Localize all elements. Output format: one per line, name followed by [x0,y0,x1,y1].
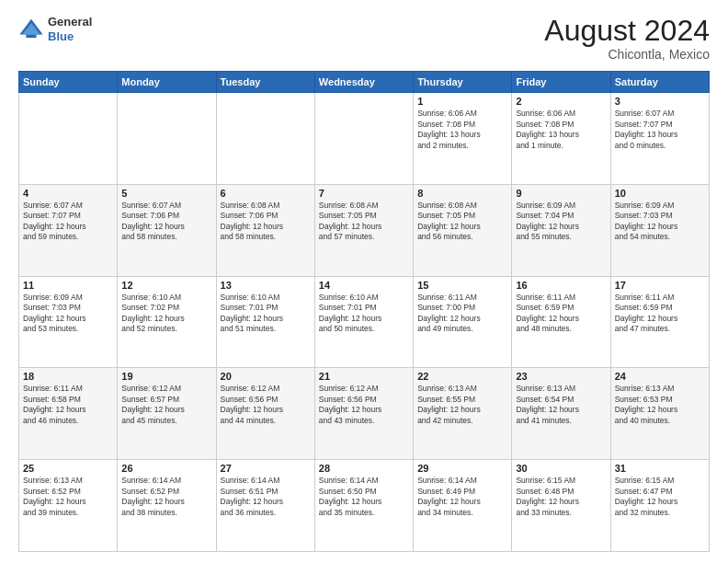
day-number: 17 [615,280,705,291]
day-info: Sunrise: 6:15 AM Sunset: 6:47 PM Dayligh… [615,476,705,518]
day-info: Sunrise: 6:14 AM Sunset: 6:51 PM Dayligh… [221,476,311,518]
day-header-tuesday: Tuesday [216,72,314,93]
day-number: 9 [516,188,606,199]
day-info: Sunrise: 6:12 AM Sunset: 6:56 PM Dayligh… [221,384,311,426]
calendar-cell: 17Sunrise: 6:11 AM Sunset: 6:59 PM Dayli… [610,276,709,368]
day-info: Sunrise: 6:07 AM Sunset: 7:07 PM Dayligh… [615,109,705,151]
svg-rect-2 [26,34,36,38]
day-header-wednesday: Wednesday [314,72,413,93]
calendar-cell: 3Sunrise: 6:07 AM Sunset: 7:07 PM Daylig… [610,93,709,185]
logo-icon [18,17,44,42]
day-info: Sunrise: 6:14 AM Sunset: 6:50 PM Dayligh… [319,476,409,518]
calendar-cell: 12Sunrise: 6:10 AM Sunset: 7:02 PM Dayli… [118,276,216,368]
day-info: Sunrise: 6:12 AM Sunset: 6:56 PM Dayligh… [319,384,409,426]
calendar-cell: 23Sunrise: 6:13 AM Sunset: 6:54 PM Dayli… [512,368,610,460]
calendar-cell: 21Sunrise: 6:12 AM Sunset: 6:56 PM Dayli… [314,368,413,460]
calendar-cell [118,93,216,185]
calendar-cell: 1Sunrise: 6:06 AM Sunset: 7:08 PM Daylig… [414,93,512,185]
day-number: 27 [221,463,311,474]
days-row: SundayMondayTuesdayWednesdayThursdayFrid… [19,72,710,93]
day-number: 28 [319,463,409,474]
day-number: 2 [516,96,606,107]
calendar-cell: 6Sunrise: 6:08 AM Sunset: 7:06 PM Daylig… [216,184,314,276]
day-info: Sunrise: 6:07 AM Sunset: 7:07 PM Dayligh… [23,201,113,243]
location: Chicontla, Mexico [544,47,710,62]
day-info: Sunrise: 6:08 AM Sunset: 7:06 PM Dayligh… [221,201,311,243]
calendar-cell: 4Sunrise: 6:07 AM Sunset: 7:07 PM Daylig… [19,184,118,276]
calendar-cell [216,93,314,185]
day-number: 16 [516,280,606,291]
calendar-cell [19,93,118,185]
day-info: Sunrise: 6:06 AM Sunset: 7:08 PM Dayligh… [516,109,606,151]
day-info: Sunrise: 6:09 AM Sunset: 7:03 PM Dayligh… [615,201,705,243]
calendar-week-4: 25Sunrise: 6:13 AM Sunset: 6:52 PM Dayli… [19,460,710,552]
calendar-week-3: 18Sunrise: 6:11 AM Sunset: 6:58 PM Dayli… [19,368,710,460]
day-number: 18 [23,371,113,382]
calendar-cell: 29Sunrise: 6:14 AM Sunset: 6:49 PM Dayli… [414,460,512,552]
calendar-cell: 11Sunrise: 6:09 AM Sunset: 7:03 PM Dayli… [19,276,118,368]
day-number: 31 [615,463,705,474]
day-number: 22 [417,371,507,382]
calendar-cell: 7Sunrise: 6:08 AM Sunset: 7:05 PM Daylig… [314,184,413,276]
day-number: 23 [516,371,606,382]
logo: General Blue [18,15,92,43]
month-year: August 2024 [544,15,710,47]
day-number: 13 [221,280,311,291]
calendar-cell: 19Sunrise: 6:12 AM Sunset: 6:57 PM Dayli… [118,368,216,460]
calendar-cell: 25Sunrise: 6:13 AM Sunset: 6:52 PM Dayli… [19,460,118,552]
header: General Blue August 2024 Chicontla, Mexi… [18,15,710,62]
day-info: Sunrise: 6:09 AM Sunset: 7:03 PM Dayligh… [23,293,113,335]
day-number: 3 [615,96,705,107]
calendar-week-0: 1Sunrise: 6:06 AM Sunset: 7:08 PM Daylig… [19,93,710,185]
day-header-saturday: Saturday [610,72,709,93]
day-info: Sunrise: 6:11 AM Sunset: 7:00 PM Dayligh… [417,293,507,335]
day-number: 12 [121,280,211,291]
page: General Blue August 2024 Chicontla, Mexi… [0,0,728,563]
day-number: 15 [417,280,507,291]
day-number: 21 [319,371,409,382]
day-info: Sunrise: 6:08 AM Sunset: 7:05 PM Dayligh… [319,201,409,243]
day-info: Sunrise: 6:10 AM Sunset: 7:01 PM Dayligh… [319,293,409,335]
day-header-monday: Monday [118,72,216,93]
day-number: 24 [615,371,705,382]
logo-text: General Blue [48,15,92,43]
calendar-cell: 2Sunrise: 6:06 AM Sunset: 7:08 PM Daylig… [512,93,610,185]
calendar-cell: 14Sunrise: 6:10 AM Sunset: 7:01 PM Dayli… [314,276,413,368]
day-number: 26 [121,463,211,474]
calendar-table: SundayMondayTuesdayWednesdayThursdayFrid… [18,71,710,552]
calendar-cell: 26Sunrise: 6:14 AM Sunset: 6:52 PM Dayli… [118,460,216,552]
day-number: 5 [121,188,211,199]
calendar-cell: 18Sunrise: 6:11 AM Sunset: 6:58 PM Dayli… [19,368,118,460]
day-info: Sunrise: 6:11 AM Sunset: 6:59 PM Dayligh… [516,293,606,335]
calendar-cell: 20Sunrise: 6:12 AM Sunset: 6:56 PM Dayli… [216,368,314,460]
day-number: 29 [417,463,507,474]
day-info: Sunrise: 6:08 AM Sunset: 7:05 PM Dayligh… [417,201,507,243]
day-number: 20 [221,371,311,382]
day-number: 8 [417,188,507,199]
day-info: Sunrise: 6:07 AM Sunset: 7:06 PM Dayligh… [121,201,211,243]
day-info: Sunrise: 6:06 AM Sunset: 7:08 PM Dayligh… [417,109,507,151]
day-number: 10 [615,188,705,199]
day-info: Sunrise: 6:11 AM Sunset: 6:58 PM Dayligh… [23,384,113,426]
day-number: 1 [417,96,507,107]
day-info: Sunrise: 6:14 AM Sunset: 6:52 PM Dayligh… [121,476,211,518]
calendar-week-2: 11Sunrise: 6:09 AM Sunset: 7:03 PM Dayli… [19,276,710,368]
day-info: Sunrise: 6:14 AM Sunset: 6:49 PM Dayligh… [417,476,507,518]
calendar-cell: 30Sunrise: 6:15 AM Sunset: 6:48 PM Dayli… [512,460,610,552]
calendar-cell: 27Sunrise: 6:14 AM Sunset: 6:51 PM Dayli… [216,460,314,552]
day-number: 6 [221,188,311,199]
day-number: 25 [23,463,113,474]
day-info: Sunrise: 6:10 AM Sunset: 7:02 PM Dayligh… [121,293,211,335]
calendar-cell: 13Sunrise: 6:10 AM Sunset: 7:01 PM Dayli… [216,276,314,368]
day-info: Sunrise: 6:13 AM Sunset: 6:52 PM Dayligh… [23,476,113,518]
day-info: Sunrise: 6:13 AM Sunset: 6:54 PM Dayligh… [516,384,606,426]
day-info: Sunrise: 6:13 AM Sunset: 6:55 PM Dayligh… [417,384,507,426]
day-number: 30 [516,463,606,474]
day-info: Sunrise: 6:12 AM Sunset: 6:57 PM Dayligh… [121,384,211,426]
calendar-cell: 24Sunrise: 6:13 AM Sunset: 6:53 PM Dayli… [610,368,709,460]
day-number: 11 [23,280,113,291]
calendar-cell: 5Sunrise: 6:07 AM Sunset: 7:06 PM Daylig… [118,184,216,276]
calendar-cell: 31Sunrise: 6:15 AM Sunset: 6:47 PM Dayli… [610,460,709,552]
day-number: 7 [319,188,409,199]
day-info: Sunrise: 6:15 AM Sunset: 6:48 PM Dayligh… [516,476,606,518]
